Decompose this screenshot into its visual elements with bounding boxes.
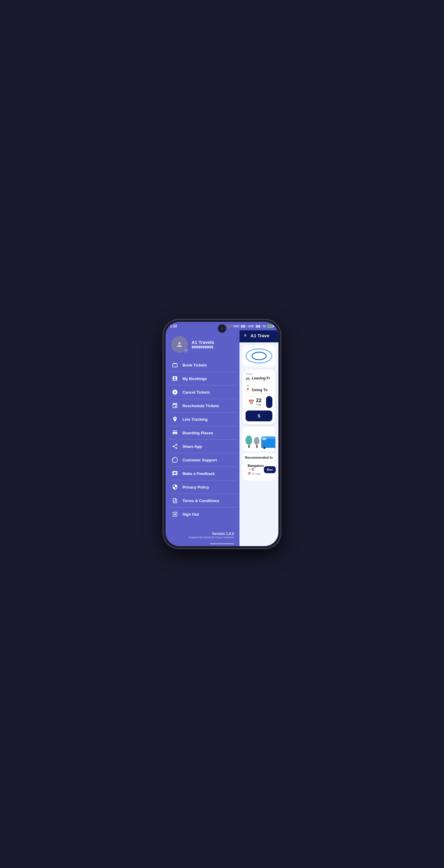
logo-outer-ellipse	[245, 348, 272, 364]
sidebar-item-sign-out[interactable]: Sign Out	[168, 507, 237, 521]
to-label: To	[245, 384, 272, 387]
cal-icon-small: 📅	[248, 472, 251, 475]
powered-text: Powered by Ezeeinfo Cloud Solutions	[171, 536, 234, 539]
logo-inner-ellipse	[251, 352, 267, 360]
status-icons: 🔕 VoNR ▌▌▌ VoNR ▌▌▌ 5G	[228, 324, 273, 328]
boarding-icon	[172, 430, 178, 436]
tree-2	[254, 437, 259, 448]
vonr-icon2: VoNR	[247, 325, 254, 328]
tracking-icon	[172, 416, 178, 423]
customer-support-label: Customer Support	[182, 458, 217, 462]
book-tickets-label: Book Tickets	[182, 363, 207, 367]
date-info: 22 Aug	[256, 398, 262, 406]
recommended-section: Recommended fo Bangalore → C 📅 22 Aug Bo…	[242, 453, 275, 480]
book-button[interactable]: Boo	[264, 466, 276, 473]
signal-icon1: ▌▌▌	[241, 325, 246, 328]
illustration-area	[242, 427, 275, 451]
from-input-row[interactable]: 🚌 Leaving Fr	[245, 376, 272, 382]
profile-phone: 9999999999	[191, 345, 214, 349]
status-time: 1:22	[170, 324, 177, 328]
tree-trunk-1	[248, 445, 250, 448]
sidebar-item-boarding-places[interactable]: Boarding Places	[168, 426, 237, 440]
cancel-icon	[172, 389, 178, 396]
main-body: From 🚌 Leaving Fr To 📍 Going To	[239, 342, 278, 546]
sidebar-item-make-feedback[interactable]: Make a Feedback	[168, 467, 237, 480]
mute-icon: 🔕	[228, 324, 231, 328]
signal-icon2: ▌▌▌	[256, 325, 261, 328]
tree-trunk-2	[256, 445, 258, 448]
terms-conditions-label: Terms & Conditions	[182, 498, 219, 503]
menu-list: Book Tickets My Bookings	[166, 358, 239, 528]
share-icon	[172, 443, 178, 450]
to-field-group: To 📍 Going To	[245, 384, 272, 394]
bus-illustration	[261, 436, 275, 448]
sign-out-label: Sign Out	[182, 512, 199, 517]
sidebar-item-share-app[interactable]: Share App	[168, 440, 237, 453]
bus-window	[262, 438, 266, 440]
battery-icon	[268, 325, 273, 328]
recommended-title: Recommended fo	[245, 456, 273, 459]
logo-area	[242, 345, 275, 367]
version-text: Version 1.0.2	[171, 532, 234, 536]
bus-wheel-left	[263, 446, 266, 449]
search-button[interactable]: S	[245, 410, 272, 421]
profile-info: A1 Travels 9999999999	[191, 340, 214, 349]
sidebar-item-cancel-tickets[interactable]: Cancel Tickets	[168, 385, 237, 399]
bus-wheel-right	[275, 446, 275, 449]
sidebar-item-book-tickets[interactable]: Book Tickets	[168, 358, 237, 372]
reschedule-icon	[172, 402, 178, 409]
make-feedback-label: Make a Feedback	[182, 471, 215, 476]
cancel-tickets-label: Cancel Tickets	[182, 390, 210, 395]
from-label: From	[245, 373, 272, 375]
to-input-row[interactable]: 📍 Going To	[245, 388, 272, 394]
sidebar-item-my-bookings[interactable]: My Bookings	[168, 372, 237, 385]
profile-name: A1 Travels	[191, 340, 214, 345]
person-icon	[176, 341, 182, 347]
privacy-icon	[172, 484, 178, 490]
departure-date-box[interactable]: 📅 22 Aug	[245, 396, 264, 408]
tree-top-2	[254, 437, 259, 444]
sidebar-item-reschedule-tickets[interactable]: Reschedule Tickets	[168, 399, 237, 412]
tree-1	[245, 435, 252, 448]
notch	[218, 324, 226, 333]
privacy-policy-label: Privacy Policy	[182, 485, 209, 490]
route-info: Bangalore → C 📅 22 Aug	[248, 464, 264, 475]
battery-fill	[268, 325, 272, 327]
calendar-icon: 📅	[248, 399, 254, 405]
edit-badge[interactable]: ✏	[183, 347, 188, 353]
date-month: Aug	[256, 403, 262, 406]
route-date: 📅 22 Aug	[248, 472, 264, 475]
avatar-wrap[interactable]: ✏	[171, 336, 188, 353]
sidebar-item-customer-support[interactable]: Customer Support	[168, 453, 237, 467]
close-button[interactable]: ×	[244, 333, 247, 339]
header-title: A1 Trave	[250, 333, 270, 338]
to-value: Going To	[252, 388, 268, 392]
share-app-label: Share App	[182, 444, 202, 449]
route-name: Bangalore → C	[248, 464, 264, 471]
from-field-group: From 🚌 Leaving Fr	[245, 373, 272, 382]
vonr-icon1: VoNR	[233, 325, 239, 328]
navigation-drawer: ✏ A1 Travels 9999999999 Book Tickets	[166, 322, 239, 546]
profile-section: ✏ A1 Travels 9999999999	[166, 333, 239, 358]
live-tracking-label: Live Tracking	[182, 417, 208, 422]
feedback-icon	[172, 470, 178, 477]
boarding-places-label: Boarding Places	[182, 431, 213, 435]
support-icon	[172, 457, 178, 463]
tree-top-1	[245, 435, 252, 444]
main-content: × A1 Trave From 🚌 Leaving Fr	[239, 322, 278, 546]
bookings-icon	[172, 375, 178, 382]
reschedule-tickets-label: Reschedule Tickets	[182, 404, 219, 408]
location-icon: 📍	[245, 388, 250, 392]
ticket-icon	[172, 362, 178, 368]
home-bar	[210, 543, 234, 544]
search-card: From 🚌 Leaving Fr To 📍 Going To	[242, 370, 275, 424]
sidebar-item-privacy-policy[interactable]: Privacy Policy	[168, 480, 237, 494]
terms-icon	[172, 497, 178, 504]
return-date-box[interactable]	[266, 396, 272, 408]
front-camera	[221, 327, 223, 330]
sidebar-item-terms-conditions[interactable]: Terms & Conditions	[168, 494, 237, 507]
phone-frame: 1:22 🔕 VoNR ▌▌▌ VoNR ▌▌▌ 5G	[163, 319, 281, 549]
5g-icon: 5G	[262, 325, 266, 328]
from-value: Leaving Fr	[252, 376, 270, 380]
sidebar-item-live-tracking[interactable]: Live Tracking	[168, 412, 237, 426]
